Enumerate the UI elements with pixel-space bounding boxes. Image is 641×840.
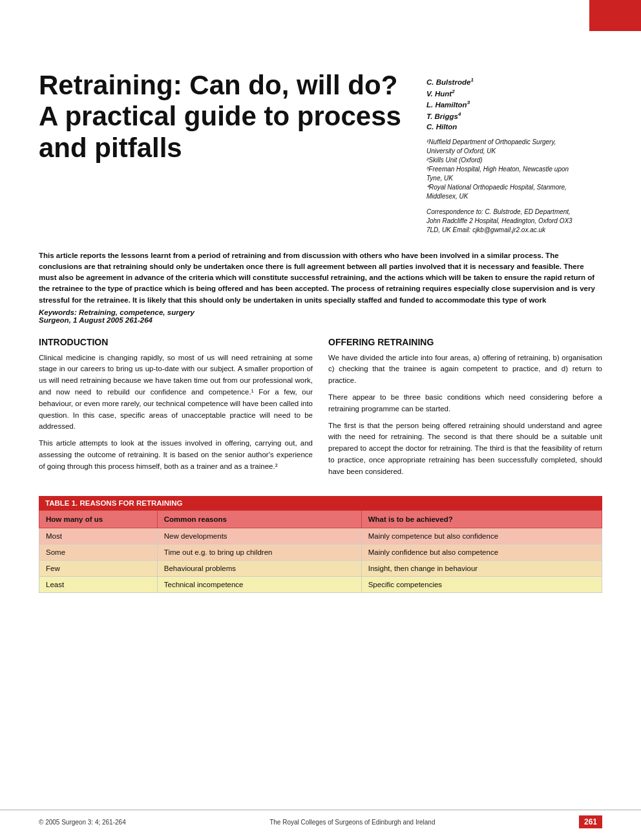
main-title: Retraining: Can do, will do? A practical… <box>39 70 414 164</box>
table-cell: Least <box>39 576 158 592</box>
title-left: Retraining: Can do, will do? A practical… <box>39 39 414 235</box>
footer: © 2005 Surgeon 3: 4; 261-264 The Royal C… <box>0 810 641 834</box>
table-title-bar: TABLE 1. REASONS FOR RETRAINING <box>39 496 602 510</box>
introduction-heading: INTRODUCTION <box>39 336 313 350</box>
affiliation-4: ⁴Royal National Orthopaedic Hospital, St… <box>426 183 582 201</box>
two-col-body: INTRODUCTION Clinical medicine is changi… <box>39 336 602 483</box>
page: Retraining: Can do, will do? A practical… <box>0 0 641 840</box>
offering-para-1: We have divided the article into four ar… <box>328 352 602 387</box>
author-5: C. Hilton <box>426 122 582 133</box>
table-header-3: What is to be achieved? <box>361 510 602 528</box>
affiliations-block: ¹Nuffield Department of Orthopaedic Surg… <box>426 138 582 201</box>
journal-line: Surgeon, 1 August 2005 261-264 <box>39 316 602 324</box>
table-cell: Technical incompetence <box>157 576 361 592</box>
affiliation-1: ¹Nuffield Department of Orthopaedic Surg… <box>426 138 582 156</box>
author-3: L. Hamilton3 <box>426 99 582 111</box>
table-header-2: Common reasons <box>157 510 361 528</box>
table-cell: Behavioural problems <box>157 560 361 576</box>
table-cell: Some <box>39 544 158 560</box>
table-cell: Time out e.g. to bring up children <box>157 544 361 560</box>
author-2: V. Hunt2 <box>426 88 582 100</box>
reasons-table: How many of us Common reasons What is to… <box>39 510 602 593</box>
col-introduction: INTRODUCTION Clinical medicine is changi… <box>39 336 313 483</box>
table-cell: Mainly confidence but also competence <box>361 544 602 560</box>
table-row: Some Time out e.g. to bring up children … <box>39 544 602 560</box>
footer-page-number: 261 <box>579 815 602 828</box>
abstract-text: This article reports the lessons learnt … <box>39 250 602 306</box>
author-1: C. Bulstrode1 <box>426 76 582 88</box>
abstract-section: This article reports the lessons learnt … <box>39 250 602 324</box>
table-row: Least Technical incompetence Specific co… <box>39 576 602 592</box>
content-area: Retraining: Can do, will do? A practical… <box>0 0 641 638</box>
table-cell: Most <box>39 528 158 544</box>
table-cell: New developments <box>157 528 361 544</box>
table-header-1: How many of us <box>39 510 158 528</box>
affiliation-2: ²Skills Unit (Oxford) <box>426 156 582 165</box>
col-offering: OFFERING RETRAINING We have divided the … <box>328 336 602 483</box>
table-wrapper: TABLE 1. REASONS FOR RETRAINING How many… <box>39 496 602 593</box>
offering-heading: OFFERING RETRAINING <box>328 336 602 350</box>
footer-copyright: © 2005 Surgeon 3: 4; 261-264 <box>39 819 126 826</box>
intro-para-1: Clinical medicine is changing rapidly, s… <box>39 352 313 433</box>
title-section: Retraining: Can do, will do? A practical… <box>39 39 602 235</box>
table-cell: Insight, then change in behaviour <box>361 560 602 576</box>
table-row: Few Behavioural problems Insight, then c… <box>39 560 602 576</box>
table-cell: Mainly competence but also confidence <box>361 528 602 544</box>
offering-para-2: There appear to be three basic condition… <box>328 392 602 415</box>
intro-para-2: This article attempts to look at the iss… <box>39 438 313 472</box>
table-cell: Few <box>39 560 158 576</box>
author-4: T. Briggs4 <box>426 111 582 122</box>
keywords-line: Keywords: Retraining, competence, surger… <box>39 308 602 316</box>
table-cell: Specific competencies <box>361 576 602 592</box>
authors-block: C. Bulstrode1 V. Hunt2 L. Hamilton3 T. B… <box>426 76 582 133</box>
table-row: Most New developments Mainly competence … <box>39 528 602 544</box>
offering-para-3: The first is that the person being offer… <box>328 420 602 478</box>
affiliation-3: ³Freeman Hospital, High Heaton, Newcastl… <box>426 165 582 183</box>
correspondence-block: Correspondence to: C. Bulstrode, ED Depa… <box>426 208 582 235</box>
title-right: C. Bulstrode1 V. Hunt2 L. Hamilton3 T. B… <box>426 39 582 235</box>
footer-journal: The Royal Colleges of Surgeons of Edinbu… <box>269 819 435 826</box>
